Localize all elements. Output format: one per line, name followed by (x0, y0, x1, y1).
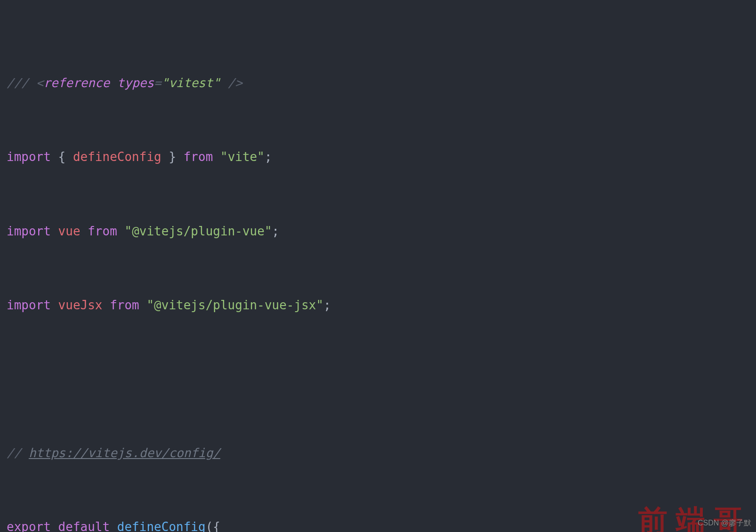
code-line[interactable]: export default defineConfig({ (7, 500, 749, 518)
code-editor[interactable]: /// <reference types="vitest" /> import … (0, 0, 756, 532)
config-url-link[interactable]: https://vitejs.dev/config/ (29, 446, 220, 460)
code-line[interactable]: import vueJsx from "@vitejs/plugin-vue-j… (7, 277, 749, 296)
code-line[interactable]: /// <reference types="vitest" /> (7, 56, 749, 74)
code-line[interactable]: import vue from "@vitejs/plugin-vue"; (7, 203, 749, 222)
code-line[interactable]: import { defineConfig } from "vite"; (7, 129, 749, 148)
code-line[interactable]: // https://vitejs.dev/config/ (7, 426, 749, 444)
code-line[interactable] (7, 352, 749, 370)
triple-slash-ref: /// <reference types="vitest" /> (7, 76, 242, 90)
